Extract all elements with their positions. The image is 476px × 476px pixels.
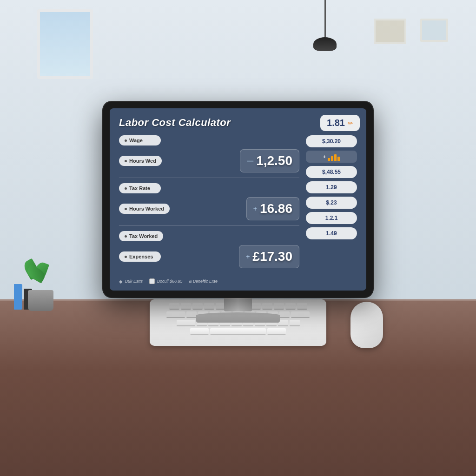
bottom-item-3: & Beneftic Exte [189,279,218,284]
right-value-4[interactable]: 1.29 [306,181,357,193]
right-panel: $,30.20 + $,48.55 [306,135,357,278]
bar-1 [328,158,330,161]
app-layout: Wage Hours Wed — 1,2.50 [119,135,357,278]
lamp-cord [324,0,326,37]
tax-worked-dot [125,235,127,238]
right-value-1[interactable]: $,30.20 [306,135,357,147]
hanging-lamp [313,0,337,51]
background-window [37,9,93,79]
hours-wed-row: Hours Wed — 1,2.50 [119,149,299,172]
plus-icon: + [323,154,326,159]
expenses-label[interactable]: Expenses [119,251,161,262]
expenses-value-display[interactable]: + £17.30 [239,245,299,268]
hours-wed-value: 1,2.50 [256,153,292,168]
bottom-item-1: ◆ Buk Estts [119,279,143,284]
bar-2 [331,156,333,161]
hours-worked-prefix: + [253,205,257,212]
key-backspace[interactable] [291,311,310,318]
divider-2 [119,225,299,226]
book-1 [14,284,22,310]
key-caps[interactable] [177,320,195,326]
bottom-row: ◆ Buk Estts Bocull $66.85 & Beneftic Ext… [119,278,357,284]
mouse[interactable] [350,302,383,348]
expenses-value: £17.30 [252,249,292,264]
hours-worked-value: 16.86 [260,201,292,216]
bottom-item-2[interactable]: Bocull $66.85 [149,278,183,284]
hours-wed-label[interactable]: Hours Wed [119,156,162,166]
tax-rate-label[interactable]: Tax Rate [119,183,161,193]
chart-icon-box: + [306,151,357,163]
key[interactable] [181,303,191,310]
right-value-7[interactable]: 1.49 [306,227,357,239]
monitor-base [196,312,280,323]
key-tab[interactable] [166,311,185,318]
edit-icon[interactable]: ✏ [348,119,353,127]
bar-4 [337,157,340,161]
hours-worked-value-display[interactable]: + 16.86 [246,197,299,220]
desk-scene: Labor Cost Calculator 1.81 ✏ Wage [0,0,476,476]
key[interactable] [285,303,296,310]
left-panel: Wage Hours Wed — 1,2.50 [119,135,299,278]
lamp-shade [313,37,337,51]
key[interactable] [290,320,300,326]
checkbox-bocull[interactable] [149,278,155,284]
expenses-dot [125,256,127,258]
tax-worked-label[interactable]: Tax Worked [119,231,163,241]
key-shift-right[interactable] [267,328,286,335]
key[interactable] [169,303,179,310]
tax-rate-row: Tax Rate [119,183,299,193]
tax-rate-dot [125,187,127,190]
key-space[interactable] [210,328,266,335]
wage-row: Wage [119,135,299,145]
key[interactable] [297,303,307,310]
bar-3 [334,154,337,161]
bottom-label-3: & Beneftic Exte [189,279,218,284]
mouse-divider [367,310,367,324]
key-row-4 [153,328,323,335]
right-value-6[interactable]: 1.2.1 [306,212,357,224]
expenses-row: Expenses + £17.30 [119,245,299,268]
diamond-icon: ◆ [119,279,123,284]
bottom-label-2: Bocull $66.85 [157,279,183,284]
plant-pot [28,290,53,311]
top-right-badge[interactable]: 1.81 ✏ [320,115,360,131]
wall-art-1 [374,19,406,44]
expenses-prefix: + [246,253,250,260]
wage-label[interactable]: Wage [119,135,161,145]
hours-wed-dot [125,160,127,162]
wall-art-2 [420,19,448,42]
hours-worked-row: Hours Worked + 16.86 [119,197,299,220]
tax-worked-row: Tax Worked [119,231,299,241]
key-shift-left[interactable] [190,328,209,335]
key[interactable] [186,311,197,318]
wage-dot [125,139,127,142]
badge-value: 1.81 [327,118,345,128]
chart-bars [328,152,340,161]
hours-worked-dot [125,208,127,210]
hours-wed-prefix: — [247,157,253,165]
hours-wed-value-display[interactable]: — 1,2.50 [240,149,299,172]
right-value-5[interactable]: $.23 [306,197,357,209]
key[interactable] [279,311,290,318]
right-value-3[interactable]: $,48.55 [306,166,357,178]
monitor-screen: Labor Cost Calculator 1.81 ✏ Wage [110,108,366,291]
divider-1 [119,178,299,178]
monitor: Labor Cost Calculator 1.81 ✏ Wage [103,102,373,297]
plant [28,276,53,311]
bottom-label-1: Buk Estts [125,279,143,284]
plant-leaves [23,260,58,283]
hours-worked-label[interactable]: Hours Worked [119,204,170,214]
